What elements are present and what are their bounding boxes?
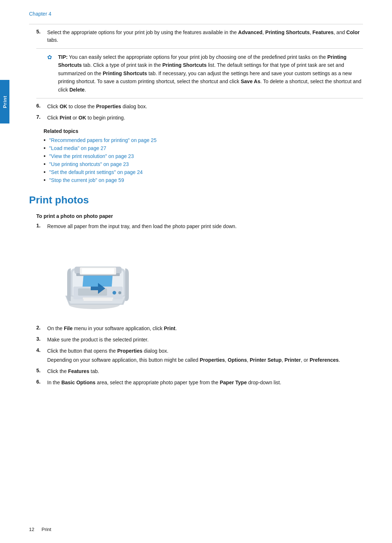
photo-step-6-text: In the Basic Options area, select the ap… bbox=[47, 379, 363, 386]
step-5-bold-features: Features bbox=[313, 29, 334, 35]
step-7-number: 7. bbox=[36, 114, 47, 120]
list-item: "View the print resolution" on page 23 bbox=[44, 153, 363, 159]
photo-step-6-item: 6. In the Basic Options area, select the… bbox=[36, 379, 363, 386]
related-link-6[interactable]: "Stop the current job" on page 59 bbox=[49, 177, 124, 183]
photo-section-content: To print a photo on photo paper 1. Remov… bbox=[36, 213, 363, 386]
photo-step-4-text: Click the button that opens the Properti… bbox=[47, 347, 340, 355]
step-5-bold-advanced: Advanced bbox=[238, 29, 262, 35]
step-6-bold-ok: OK bbox=[60, 104, 67, 109]
step-7-bold-ok: OK bbox=[78, 115, 86, 121]
photo-step-4-content: Click the button that opens the Properti… bbox=[47, 347, 340, 364]
ps2-bold-file: File bbox=[64, 325, 73, 331]
divider-after-step5 bbox=[36, 48, 363, 49]
tip-box: ✿ TIP: You can easily select the appropr… bbox=[47, 53, 363, 94]
ps4-bold-setup: Printer Setup bbox=[250, 357, 282, 363]
tip-bold-shortcuts3: Printing Shortcuts bbox=[103, 70, 147, 76]
step-7-bold-print: Print bbox=[60, 115, 71, 121]
step-6-number: 6. bbox=[36, 103, 47, 109]
photo-step-3-number: 3. bbox=[36, 336, 47, 342]
step-6-item: 6. Click OK to close the Properties dial… bbox=[36, 103, 363, 110]
step-7-item: 7. Click Print or OK to begin printing. bbox=[36, 114, 363, 122]
ps4-bold-prefs: Preferences bbox=[310, 357, 339, 363]
photo-subheading: To print a photo on photo paper bbox=[36, 213, 363, 219]
photo-step-2-number: 2. bbox=[36, 325, 47, 331]
ps6-bold-basicopts: Basic Options bbox=[61, 380, 95, 385]
ps4-bold-printer: Printer bbox=[285, 357, 301, 363]
svg-rect-11 bbox=[83, 297, 113, 299]
footer-page-number: 12 bbox=[29, 527, 34, 532]
tip-label: TIP: bbox=[58, 54, 68, 60]
photo-step-5-number: 5. bbox=[36, 368, 47, 373]
svg-rect-6 bbox=[82, 268, 114, 274]
ps4-bold-props2: Properties bbox=[200, 357, 225, 363]
photo-step-1-item: 1. Remove all paper from the input tray,… bbox=[36, 223, 363, 230]
step-5-item: 5. Select the appropriate options for yo… bbox=[36, 29, 363, 44]
ps2-bold-print: Print bbox=[164, 325, 175, 331]
step-7-text: Click Print or OK to begin printing. bbox=[47, 114, 363, 122]
step-6-text: Click OK to close the Properties dialog … bbox=[47, 103, 363, 110]
ps5-bold-features: Features bbox=[68, 368, 89, 374]
photo-step-6-number: 6. bbox=[36, 379, 47, 385]
photo-step-3-text: Make sure the product is the selected pr… bbox=[47, 336, 363, 344]
related-topics-list: "Recommended papers for printing" on pag… bbox=[44, 137, 363, 183]
photo-step-2-item: 2. On the File menu in your software app… bbox=[36, 325, 363, 332]
page-footer: 12 Print bbox=[29, 527, 363, 532]
photo-step-5-text: Click the Features tab. bbox=[47, 368, 363, 375]
svg-point-9 bbox=[118, 291, 121, 294]
print-photos-section: Print photos To print a photo on photo p… bbox=[29, 194, 363, 386]
photo-step-4-number: 4. bbox=[36, 347, 47, 353]
related-link-5[interactable]: "Set the default print settings" on page… bbox=[49, 169, 143, 175]
page-container: Print Chapter 4 5. Select the appropriat… bbox=[0, 0, 392, 543]
list-item: "Use printing shortcuts" on page 23 bbox=[44, 161, 363, 167]
step-5-text: Select the appropriate options for your … bbox=[47, 29, 363, 44]
related-link-4[interactable]: "Use printing shortcuts" on page 23 bbox=[49, 161, 129, 167]
related-topics-section: Related topics "Recommended papers for p… bbox=[44, 128, 363, 183]
ps4-bold-props: Properties bbox=[117, 348, 142, 354]
list-item: "Load media" on page 27 bbox=[44, 145, 363, 151]
main-content: 5. Select the appropriate options for yo… bbox=[36, 29, 363, 183]
related-link-3[interactable]: "View the print resolution" on page 23 bbox=[49, 153, 134, 159]
step-5-number: 5. bbox=[36, 29, 47, 35]
svg-rect-12 bbox=[83, 299, 113, 301]
step-5-bold-shortcuts: Printing Shortcuts bbox=[265, 29, 310, 35]
top-divider bbox=[29, 24, 363, 24]
photo-step-1-text: Remove all paper from the input tray, an… bbox=[47, 223, 363, 230]
ps6-bold-papertype: Paper Type bbox=[220, 380, 247, 385]
printer-illustration bbox=[51, 241, 138, 314]
divider-after-tip bbox=[36, 98, 363, 98]
sidebar-tab-label: Print bbox=[2, 96, 8, 108]
step-5-bold-color: Color bbox=[346, 29, 360, 35]
photo-step-1-number: 1. bbox=[36, 223, 47, 228]
svg-point-8 bbox=[113, 291, 116, 295]
tip-bold-delete: Delete bbox=[69, 87, 85, 93]
photo-step-2-text: On the File menu in your software applic… bbox=[47, 325, 363, 332]
photo-step-5-item: 5. Click the Features tab. bbox=[36, 368, 363, 375]
chapter-label: Chapter 4 bbox=[29, 11, 51, 17]
footer-section-label: Print bbox=[41, 527, 51, 532]
tip-bold-shortcuts2: Printing Shortcuts bbox=[162, 62, 207, 68]
list-item: "Stop the current job" on page 59 bbox=[44, 177, 363, 183]
sidebar-tab: Print bbox=[0, 80, 9, 123]
list-item: "Set the default print settings" on page… bbox=[44, 169, 363, 175]
tip-bold-saveas: Save As bbox=[241, 78, 260, 84]
related-link-1[interactable]: "Recommended papers for printing" on pag… bbox=[49, 137, 157, 143]
step-6-bold-properties: Properties bbox=[96, 104, 121, 109]
chapter-header: Chapter 4 bbox=[29, 11, 363, 17]
ps4-bold-options: Options bbox=[228, 357, 247, 363]
list-item: "Recommended papers for printing" on pag… bbox=[44, 137, 363, 143]
printer-image-container bbox=[47, 238, 142, 317]
photo-step-4-subtext: Depending on your software application, … bbox=[47, 356, 340, 364]
photo-step-4-item: 4. Click the button that opens the Prope… bbox=[36, 347, 363, 364]
photo-step-3-item: 3. Make sure the product is the selected… bbox=[36, 336, 363, 344]
related-topics-title: Related topics bbox=[44, 128, 363, 134]
related-link-2[interactable]: "Load media" on page 27 bbox=[49, 145, 106, 151]
tip-icon: ✿ bbox=[47, 54, 58, 61]
section-title: Print photos bbox=[29, 194, 363, 206]
tip-content: TIP: You can easily select the appropria… bbox=[58, 53, 363, 94]
